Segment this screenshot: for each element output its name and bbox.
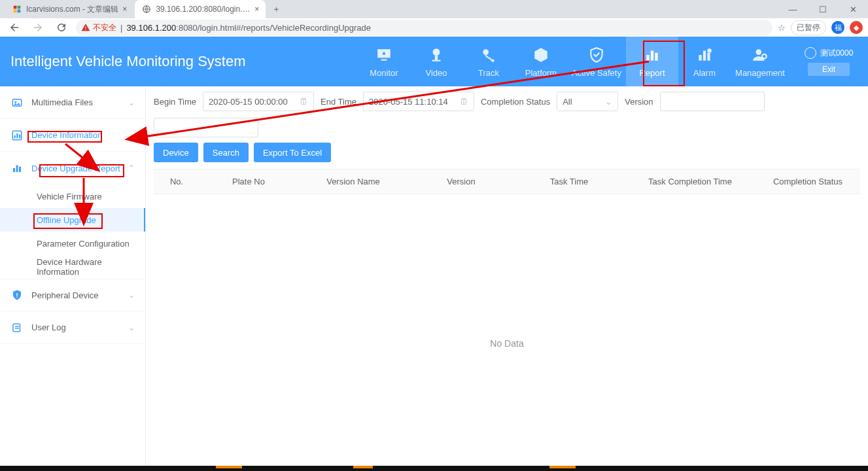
globe-icon (141, 4, 152, 14)
begin-time-input[interactable]: 2020-05-15 00:00:00 🗓 (203, 92, 314, 111)
browser-tab-1[interactable]: 39.106.1.200:8080/login.html# × (135, 0, 266, 18)
url-field[interactable]: 不安全 | 39.106.1.200:8080/login.html#/repo… (76, 20, 773, 35)
table-header: No. Plate No Version Name Version Task T… (154, 169, 860, 194)
insecure-badge: 不安全 (81, 22, 116, 33)
svg-rect-32 (15, 326, 19, 327)
forward-button[interactable] (29, 18, 47, 37)
chevron-down-icon: ⌄ (128, 98, 135, 107)
sidebar-item-user-log[interactable]: User Log ⌄ (0, 311, 145, 344)
svg-rect-29 (16, 293, 18, 296)
avatar-icon (805, 47, 816, 59)
col-no: No. (154, 177, 200, 186)
nav-platform[interactable]: Platform (515, 37, 567, 86)
sidebar-sub-vehicle-firmware[interactable]: Vehicle Firmware (0, 184, 145, 208)
nav-label: Active Safety (572, 68, 621, 78)
url-text: 39.106.1.200:8080/login.html#/reports/Ve… (126, 23, 371, 33)
svg-rect-2 (14, 10, 17, 13)
sidebar-item-device-info[interactable]: Device Information (0, 119, 145, 152)
insecure-label: 不安全 (93, 22, 116, 33)
no-data-text: No Data (154, 194, 860, 471)
window-maximize-icon[interactable]: ☐ (808, 0, 838, 18)
sidebar-sub-parameter-config[interactable]: Parameter Configuration (0, 232, 145, 255)
completion-status-select[interactable]: All ⌄ (557, 92, 618, 111)
export-button[interactable]: Export To Excel (254, 143, 331, 162)
svg-rect-14 (699, 55, 701, 61)
window-minimize-icon[interactable]: — (778, 0, 808, 18)
svg-rect-23 (14, 135, 16, 139)
nav-label: Report (639, 68, 665, 78)
close-icon[interactable]: × (122, 5, 127, 14)
col-version-name: Version Name (298, 177, 409, 186)
completion-status-label: Completion Status (481, 97, 550, 107)
sidebar-label: Multimedia Files (31, 97, 128, 107)
sidebar-label: Device Information (31, 130, 135, 140)
new-tab-button[interactable]: ＋ (267, 0, 285, 18)
svg-point-9 (483, 49, 489, 55)
svg-point-10 (491, 59, 494, 61)
sidebar: Multimedia Files ⌄ Device Information De… (0, 86, 146, 466)
search-button[interactable]: Search (203, 143, 249, 162)
window-close-icon[interactable]: ✕ (838, 0, 868, 18)
reload-button[interactable] (52, 18, 71, 37)
svg-rect-33 (15, 328, 19, 329)
extension-icon[interactable]: ◆ (850, 21, 863, 34)
calendar-icon: 🗓 (300, 97, 308, 107)
nav-report[interactable]: Report (626, 37, 678, 86)
svg-rect-8 (432, 60, 441, 61)
svg-rect-11 (646, 55, 649, 61)
tab-bar: Icarvisions.com - 文章编辑 × 39.106.1.200:80… (0, 0, 868, 18)
results-table: No. Plate No Version Name Version Task T… (154, 169, 860, 471)
close-icon[interactable]: × (254, 5, 259, 14)
svg-rect-0 (14, 6, 17, 9)
nav-alarm[interactable]: Alarm (678, 37, 731, 86)
nav-label: Alarm (693, 68, 716, 78)
svg-rect-1 (18, 6, 21, 9)
bookmark-star-icon[interactable]: ☆ (778, 23, 786, 33)
chart-icon (10, 162, 24, 175)
paused-badge[interactable]: 已暂停 (791, 20, 826, 35)
sidebar-item-peripheral[interactable]: Peripheral Device ⌄ (0, 279, 145, 311)
management-icon (751, 46, 769, 64)
video-icon (427, 46, 445, 64)
chevron-down-icon: ⌄ (605, 97, 612, 107)
sidebar-item-multimedia[interactable]: Multimedia Files ⌄ (0, 86, 145, 119)
sidebar-label: Device Upgrade Report (31, 164, 128, 173)
main-content: Begin Time 2020-05-15 00:00:00 🗓 End Tim… (146, 86, 868, 466)
extension-icon[interactable]: 福 (831, 21, 844, 34)
nav-active-safety[interactable]: Active Safety (567, 37, 626, 86)
end-time-input[interactable]: 2020-05-15 11:10:14 🗓 (363, 92, 474, 111)
sidebar-sub-device-hardware[interactable]: Device Hardware Information (0, 255, 145, 279)
version-input[interactable] (660, 92, 765, 111)
svg-point-21 (14, 101, 16, 103)
tab-title: Icarvisions.com - 文章编辑 (26, 4, 118, 15)
nav-label: Platform (525, 68, 557, 78)
svg-rect-3 (18, 10, 21, 13)
svg-rect-15 (703, 50, 706, 60)
nav-track[interactable]: Track (462, 37, 515, 86)
svg-point-19 (762, 54, 767, 58)
version-label: Version (625, 97, 653, 107)
browser-tab-0[interactable]: Icarvisions.com - 文章编辑 × (5, 0, 133, 18)
svg-point-18 (756, 49, 762, 55)
svg-rect-26 (13, 168, 15, 172)
svg-rect-27 (16, 166, 18, 173)
alarm-icon (695, 46, 714, 64)
log-icon (10, 321, 24, 334)
user-area: 测试0000 Exit (790, 37, 868, 86)
exit-button[interactable]: Exit (808, 63, 850, 76)
device-button[interactable]: Device (154, 143, 198, 162)
sidebar-sub-offline-upgrade[interactable]: Offline Upgrade (0, 208, 145, 232)
nav-management[interactable]: Management (731, 37, 790, 86)
track-icon (479, 46, 498, 64)
svg-rect-12 (651, 50, 653, 60)
filter-row: Begin Time 2020-05-15 00:00:00 🗓 End Tim… (154, 92, 860, 137)
nav-video[interactable]: Video (410, 37, 462, 86)
sidebar-item-device-upgrade-report[interactable]: Device Upgrade Report ⌃ (0, 152, 145, 184)
extra-input[interactable] (154, 118, 258, 137)
nav-monitor[interactable]: Monitor (358, 37, 410, 86)
svg-rect-13 (655, 52, 657, 60)
tab-title: 39.106.1.200:8080/login.html# (156, 5, 251, 14)
back-button[interactable] (5, 18, 24, 37)
platform-icon (532, 46, 550, 64)
svg-point-30 (16, 296, 18, 298)
